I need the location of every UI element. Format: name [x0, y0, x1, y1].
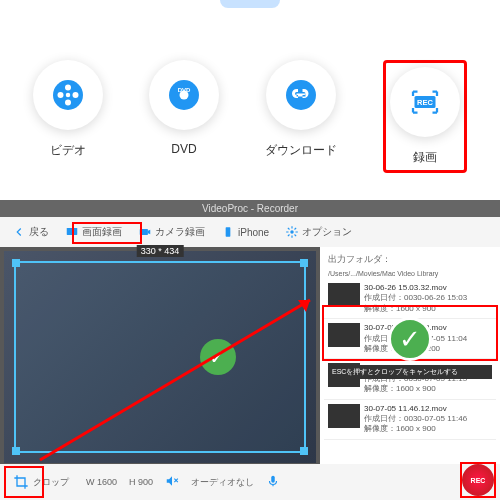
screen-record-button[interactable]: 画面録画 [61, 223, 126, 241]
record-label: 録画 [390, 149, 460, 166]
svg-point-2 [58, 92, 64, 98]
back-icon [12, 225, 26, 239]
video-label: ビデオ [33, 142, 103, 159]
svg-point-4 [65, 100, 71, 106]
mic-button[interactable] [266, 474, 280, 490]
file-item[interactable]: 30-07-05 11.46.12.mov作成日付：0030-07-05 11:… [324, 400, 496, 440]
camera-record-button[interactable]: カメラ録画 [134, 223, 209, 241]
dvd-label: DVD [149, 142, 219, 156]
svg-point-5 [66, 93, 71, 98]
height-field[interactable]: H 900 [129, 477, 153, 487]
film-reel-icon [50, 77, 86, 113]
audio-dropdown[interactable]: オーディオなし [191, 476, 254, 489]
svg-rect-16 [271, 476, 275, 483]
output-folder-label: 出力フォルダ： [324, 251, 496, 268]
svg-text:REC: REC [417, 98, 433, 107]
link-icon [283, 77, 319, 113]
bottom-bar: クロップ W 1600 H 900 オーディオなし REC [0, 464, 500, 500]
width-field[interactable]: W 1600 [86, 477, 117, 487]
crop-dimensions: 330 * 434 [137, 245, 184, 257]
options-button[interactable]: オプション [281, 223, 356, 241]
crop-icon [13, 474, 29, 490]
speaker-mute-icon [165, 474, 179, 488]
gear-icon [285, 225, 299, 239]
video-button[interactable]: ビデオ [33, 60, 103, 173]
record-button[interactable]: REC 録画 [383, 60, 467, 173]
download-label: ダウンロード [265, 142, 337, 159]
window-title: VideoProc - Recorder [0, 200, 500, 217]
back-button[interactable]: 戻る [8, 223, 53, 241]
rec-icon: REC [407, 84, 443, 120]
download-button[interactable]: ダウンロード [265, 60, 337, 173]
camera-icon [138, 225, 152, 239]
svg-text:DVD: DVD [178, 87, 191, 93]
svg-rect-14 [226, 227, 231, 236]
record-start-button[interactable]: REC [462, 464, 494, 496]
svg-point-15 [290, 230, 294, 234]
svg-point-1 [65, 85, 71, 91]
confirm-crop-icon[interactable]: ✓ [200, 339, 236, 375]
crop-button[interactable]: クロップ [8, 471, 74, 493]
mute-button[interactable] [165, 474, 179, 490]
svg-point-3 [73, 92, 79, 98]
file-list-panel: 出力フォルダ： /Users/.../Movies/Mac Video Libr… [320, 247, 500, 467]
output-path: /Users/.../Movies/Mac Video Library [324, 268, 496, 279]
mic-icon [266, 474, 280, 488]
preview-area[interactable]: 330 * 434 ✓ [4, 251, 316, 463]
crop-selection[interactable]: 330 * 434 ✓ [14, 261, 306, 453]
dvd-button[interactable]: DVD DVD [149, 60, 219, 173]
esc-tooltip: ESCを押すとクロップをキャンセルする [328, 365, 492, 379]
monitor-icon [65, 225, 79, 239]
confirm-check-icon[interactable]: ✓ [388, 317, 432, 361]
phone-icon [221, 225, 235, 239]
iphone-button[interactable]: iPhone [217, 223, 273, 241]
svg-rect-13 [140, 229, 148, 235]
toolbar: 戻る 画面録画 カメラ録画 iPhone オプション [0, 217, 500, 247]
svg-rect-12 [67, 228, 78, 235]
dvd-icon: DVD [166, 77, 202, 113]
